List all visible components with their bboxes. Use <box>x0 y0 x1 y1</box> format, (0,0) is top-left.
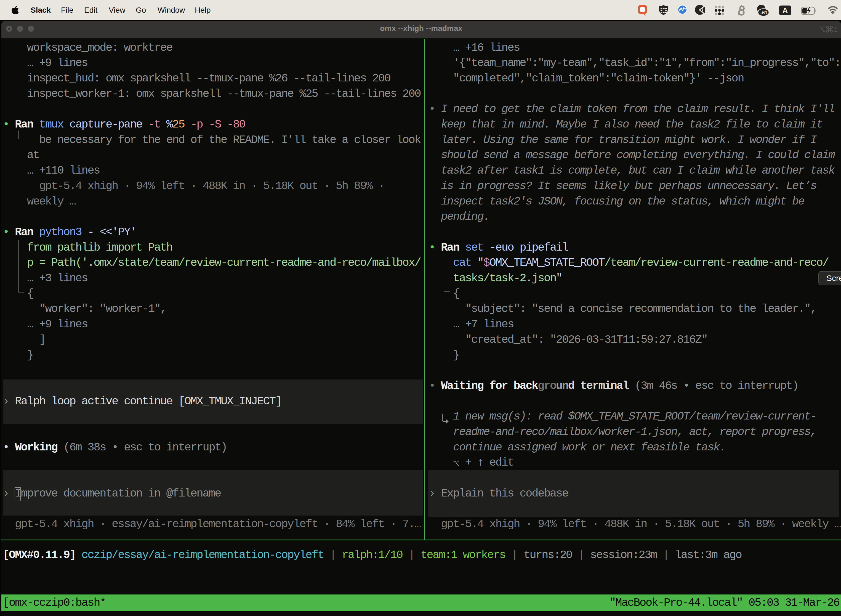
svg-text:1: 1 <box>834 25 838 34</box>
